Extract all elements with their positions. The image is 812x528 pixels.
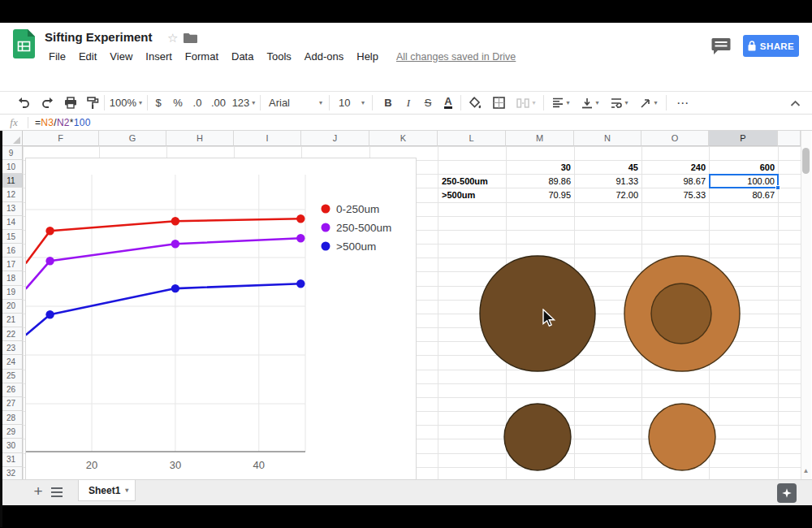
row-header-27[interactable]: 27 bbox=[0, 397, 23, 411]
column-header-O[interactable]: O bbox=[641, 131, 709, 146]
text-wrap-menu[interactable]: ▾ bbox=[606, 92, 633, 114]
row-header-31[interactable]: 31 bbox=[0, 453, 23, 467]
row-header-12[interactable]: 12 bbox=[0, 188, 23, 201]
selected-cell-outline[interactable] bbox=[709, 174, 779, 188]
vertical-align-menu[interactable]: ▾ bbox=[577, 92, 604, 114]
column-header-G[interactable]: G bbox=[99, 131, 166, 146]
star-icon[interactable]: ☆ bbox=[167, 31, 178, 45]
column-header-L[interactable]: L bbox=[438, 131, 506, 146]
italic-button[interactable]: I bbox=[400, 92, 417, 114]
document-title[interactable]: Sifting Experiment bbox=[45, 30, 153, 44]
cell-M11[interactable]: 89.86 bbox=[507, 174, 574, 188]
spreadsheet-grid[interactable]: FGHIJKLMNOP 9101112131415161718192021222… bbox=[0, 131, 812, 502]
menu-tools[interactable]: Tools bbox=[260, 48, 297, 65]
column-header-J[interactable]: J bbox=[301, 131, 369, 146]
scroll-up-arrow[interactable]: ▲ bbox=[801, 465, 811, 476]
row-header-9[interactable]: 9 bbox=[0, 146, 23, 160]
row-header-20[interactable]: 20 bbox=[0, 300, 23, 314]
row-header-19[interactable]: 19 bbox=[0, 286, 23, 300]
merge-cells-button[interactable]: ▾ bbox=[511, 92, 542, 114]
fill-handle[interactable] bbox=[775, 185, 780, 190]
cell-N12[interactable]: 72.00 bbox=[575, 188, 641, 201]
select-all-corner[interactable] bbox=[0, 131, 23, 146]
column-header-partial[interactable] bbox=[778, 131, 801, 146]
text-rotation-menu[interactable]: ▾ bbox=[635, 92, 663, 114]
menu-insert[interactable]: Insert bbox=[139, 48, 179, 65]
cell-O10[interactable]: 240 bbox=[642, 160, 709, 174]
row-header-22[interactable]: 22 bbox=[0, 327, 23, 341]
column-header-M[interactable]: M bbox=[506, 131, 574, 146]
row-header-10[interactable]: 10 bbox=[0, 160, 23, 174]
small-dark-circle[interactable] bbox=[504, 404, 571, 470]
explore-button[interactable] bbox=[777, 483, 797, 503]
comment-icon[interactable] bbox=[711, 37, 731, 55]
save-status[interactable]: All changes saved in Drive bbox=[396, 51, 516, 63]
row-header-21[interactable]: 21 bbox=[0, 314, 23, 327]
cell-P10[interactable]: 600 bbox=[710, 160, 778, 174]
row-header-24[interactable]: 24 bbox=[0, 355, 23, 369]
row-header-11[interactable]: 11 bbox=[0, 174, 23, 188]
text-color-button[interactable]: A bbox=[438, 92, 458, 114]
row-header-15[interactable]: 15 bbox=[0, 230, 23, 244]
column-header-P[interactable]: P bbox=[709, 131, 778, 146]
menu-help[interactable]: Help bbox=[350, 48, 385, 65]
strikethrough-button[interactable]: S bbox=[419, 92, 437, 114]
print-button[interactable] bbox=[60, 92, 81, 114]
redo-button[interactable] bbox=[37, 92, 58, 114]
row-header-29[interactable]: 29 bbox=[0, 425, 23, 439]
row-header-26[interactable]: 26 bbox=[0, 383, 23, 397]
menu-view[interactable]: View bbox=[103, 48, 139, 65]
cell-N10[interactable]: 45 bbox=[575, 160, 641, 174]
fill-color-button[interactable] bbox=[464, 92, 486, 114]
column-header-H[interactable]: H bbox=[166, 131, 234, 146]
bold-button[interactable]: B bbox=[378, 92, 398, 114]
vertical-scrollbar[interactable] bbox=[801, 131, 811, 495]
font-family-select[interactable]: Arial▾ bbox=[266, 92, 326, 114]
zoom-select[interactable]: 100%▾ bbox=[107, 92, 145, 114]
font-size-select[interactable]: 10▾ bbox=[334, 92, 369, 114]
row-header-23[interactable]: 23 bbox=[0, 341, 23, 355]
format-percent-button[interactable]: % bbox=[169, 92, 187, 114]
column-header-F[interactable]: F bbox=[23, 131, 99, 146]
embedded-line-chart[interactable]: 203040Time (sec)0-250um250-500um>500um bbox=[25, 158, 417, 495]
cell-P12[interactable]: 80.67 bbox=[710, 188, 778, 201]
all-sheets-icon[interactable] bbox=[50, 487, 63, 498]
cell-M12[interactable]: 70.95 bbox=[507, 188, 574, 201]
row-header-18[interactable]: 18 bbox=[0, 271, 23, 285]
sheet-tab-sheet1[interactable]: Sheet1▾ bbox=[78, 480, 136, 501]
collapse-toolbar-button[interactable] bbox=[784, 92, 806, 114]
cell-O12[interactable]: 75.33 bbox=[642, 188, 709, 201]
small-light-circle[interactable] bbox=[649, 404, 715, 470]
vertical-scrollbar-thumb[interactable] bbox=[802, 148, 810, 174]
row-header-17[interactable]: 17 bbox=[0, 258, 23, 271]
increase-decimals-button[interactable]: .00 bbox=[208, 92, 229, 114]
horizontal-align-menu[interactable]: ▾ bbox=[547, 92, 575, 114]
add-sheet-button[interactable]: + bbox=[29, 483, 47, 500]
menu-file[interactable]: File bbox=[42, 48, 72, 65]
folder-icon[interactable] bbox=[184, 32, 197, 44]
borders-button[interactable] bbox=[488, 92, 509, 114]
undo-button[interactable] bbox=[13, 92, 34, 114]
format-currency-button[interactable]: $ bbox=[149, 92, 167, 114]
column-header-K[interactable]: K bbox=[369, 131, 438, 146]
column-header-N[interactable]: N bbox=[574, 131, 641, 146]
number-format-menu[interactable]: 123▾ bbox=[230, 92, 257, 114]
menu-format[interactable]: Format bbox=[179, 48, 225, 65]
row-header-28[interactable]: 28 bbox=[0, 411, 23, 425]
cell-O11[interactable]: 98.67 bbox=[642, 174, 709, 188]
row-header-13[interactable]: 13 bbox=[0, 202, 23, 216]
cell-M10[interactable]: 30 bbox=[507, 160, 574, 174]
menu-data[interactable]: Data bbox=[225, 48, 260, 65]
sheet-tab-menu-caret[interactable]: ▾ bbox=[125, 487, 128, 494]
row-header-14[interactable]: 14 bbox=[0, 216, 23, 230]
menu-add-ons[interactable]: Add-ons bbox=[298, 48, 350, 65]
decrease-decimals-button[interactable]: .0 bbox=[188, 92, 207, 114]
more-button[interactable]: ⋯ bbox=[671, 92, 695, 114]
row-header-30[interactable]: 30 bbox=[0, 439, 23, 452]
row-header-16[interactable]: 16 bbox=[0, 244, 23, 258]
cell-L12[interactable]: >500um bbox=[438, 188, 506, 201]
row-header-25[interactable]: 25 bbox=[0, 370, 23, 383]
share-button[interactable]: SHARE bbox=[743, 35, 799, 57]
cell-L11[interactable]: 250-500um bbox=[438, 174, 506, 188]
paint-format-button[interactable] bbox=[82, 92, 103, 114]
